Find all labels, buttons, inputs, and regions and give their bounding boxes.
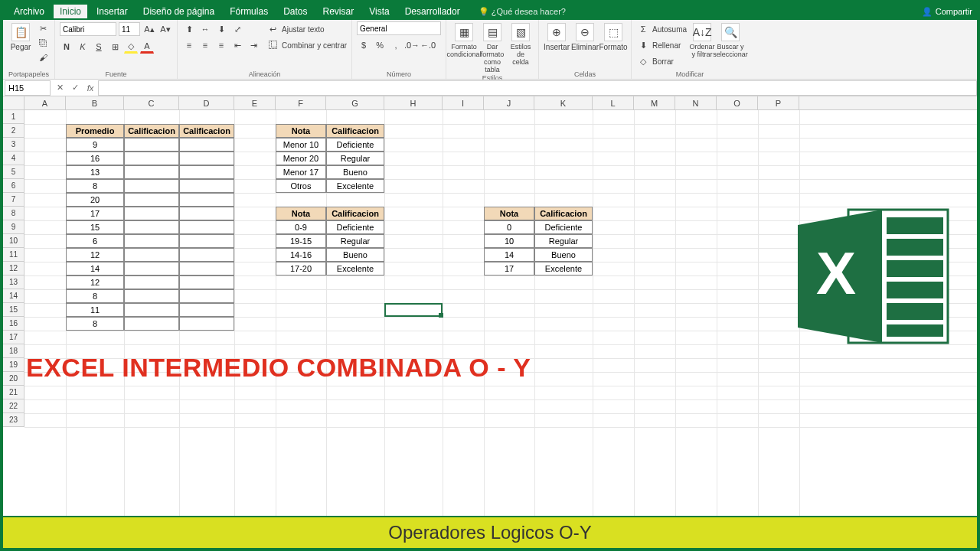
wrap-text-button[interactable]: ↩Ajustar texto [266,21,347,37]
fill-color-button[interactable]: ◇ [124,40,138,54]
table-cell[interactable]: Menor 10 [276,138,326,152]
row-header[interactable]: 9 [3,220,24,234]
row-header[interactable]: 3 [3,138,24,152]
font-color-button[interactable]: A [140,40,154,54]
indent-dec-button[interactable]: ⇤ [230,38,244,52]
paste-button[interactable]: 📋Pegar [8,21,34,51]
table-cell[interactable] [179,138,234,152]
table-cell[interactable]: 17 [66,207,124,220]
tab-revisar[interactable]: Revisar [317,5,361,18]
table-cell[interactable]: Bueno [326,165,384,179]
table-cell[interactable] [179,193,234,207]
table-cell[interactable]: 12 [66,248,124,262]
align-middle-button[interactable]: ↔ [198,22,212,36]
decrease-font-button[interactable]: A▾ [158,22,172,36]
align-bottom-button[interactable]: ⬇ [214,22,228,36]
table-cell[interactable]: Deficiente [534,220,593,234]
table-cell[interactable]: Regular [326,152,384,165]
table-header[interactable]: Calificacion [326,207,384,220]
increase-decimal-button[interactable]: .0→ [405,38,419,52]
table-cell[interactable]: 6 [66,234,124,248]
table-cell[interactable]: 11 [66,303,124,317]
cut-button[interactable]: ✂ [36,21,50,35]
table-cell[interactable]: Menor 20 [276,152,326,165]
table-cell[interactable] [124,234,179,248]
table-cell[interactable] [179,276,234,289]
row-header[interactable]: 12 [3,262,24,276]
table-cell[interactable] [124,165,179,179]
row-header[interactable]: 1 [3,110,24,124]
col-header[interactable]: P [758,96,799,109]
fill-button[interactable]: ⬇Rellenar [636,37,687,53]
table-cell[interactable]: Bueno [326,248,384,262]
find-select-button[interactable]: 🔍Buscar y seleccionar [717,21,743,58]
table-header[interactable]: Calificacion [534,207,593,220]
tab-insertar[interactable]: Insertar [90,5,134,18]
spreadsheet-grid[interactable]: ABCDEFGHIJKLMNOP 12345678910111213141516… [3,96,977,530]
formula-input[interactable] [98,80,977,96]
table-cell[interactable]: Regular [326,234,384,248]
table-cell[interactable]: 20 [66,193,124,207]
table-cell[interactable]: 0 [484,220,534,234]
tab-diseño-de-página[interactable]: Diseño de página [137,5,220,18]
percent-button[interactable]: % [373,38,387,52]
col-header[interactable]: D [179,96,234,109]
row-header[interactable]: 16 [3,317,24,331]
table-cell[interactable] [179,289,234,303]
increase-font-button[interactable]: A▴ [142,22,156,36]
col-header[interactable]: N [675,96,717,109]
format-table-button[interactable]: ▤Dar formato como tabla [479,21,505,73]
align-top-button[interactable]: ⬆ [182,22,196,36]
row-header[interactable]: 17 [3,331,24,344]
table-cell[interactable] [124,262,179,276]
table-header[interactable]: Calificacion [179,124,234,138]
table-cell[interactable]: Menor 17 [276,165,326,179]
fx-button[interactable]: fx [83,83,98,93]
share-button[interactable]: 👤Compartir [922,7,972,17]
col-header[interactable]: K [534,96,593,109]
row-header[interactable]: 14 [3,289,24,303]
underline-button[interactable]: S [92,40,106,54]
row-header[interactable]: 22 [3,399,24,413]
table-cell[interactable]: Deficiente [326,138,384,152]
table-cell[interactable]: 17 [484,262,534,276]
table-cell[interactable] [179,179,234,193]
table-cell[interactable]: 13 [66,165,124,179]
align-left-button[interactable]: ≡ [182,38,196,52]
table-header[interactable]: Nota [484,207,534,220]
table-cell[interactable] [124,289,179,303]
table-cell[interactable] [179,248,234,262]
italic-button[interactable]: K [76,40,90,54]
table-cell[interactable]: 14 [484,248,534,262]
autosum-button[interactable]: ΣAutosuma [636,21,687,37]
insert-cells-button[interactable]: ⊕Insertar [544,21,570,51]
row-header[interactable]: 5 [3,165,24,179]
tell-me[interactable]: 💡 ¿Qué desea hacer? [479,7,566,17]
row-header[interactable]: 7 [3,193,24,207]
table-cell[interactable] [124,303,179,317]
table-cell[interactable] [124,220,179,234]
table-cell[interactable] [179,317,234,331]
sort-filter-button[interactable]: A↓ZOrdenar y filtrar [689,21,715,58]
decrease-decimal-button[interactable]: ←.0 [421,38,435,52]
table-header[interactable]: Calificacion [124,124,179,138]
col-header[interactable]: A [24,96,66,109]
col-header[interactable]: J [484,96,534,109]
table-cell[interactable] [124,193,179,207]
table-cell[interactable] [179,262,234,276]
align-center-button[interactable]: ≡ [198,38,212,52]
table-cell[interactable]: 16 [66,152,124,165]
table-cell[interactable]: Excelente [534,262,593,276]
border-button[interactable]: ⊞ [108,40,122,54]
indent-inc-button[interactable]: ⇥ [247,38,260,52]
col-header[interactable]: O [717,96,758,109]
align-right-button[interactable]: ≡ [214,38,228,52]
table-cell[interactable]: 8 [66,317,124,331]
tab-archivo[interactable]: Archivo [8,5,51,18]
table-cell[interactable]: 8 [66,289,124,303]
table-cell[interactable]: Bueno [534,248,593,262]
table-cell[interactable] [179,220,234,234]
font-name-select[interactable] [60,22,116,36]
table-cell[interactable] [124,138,179,152]
row-header[interactable]: 13 [3,276,24,289]
